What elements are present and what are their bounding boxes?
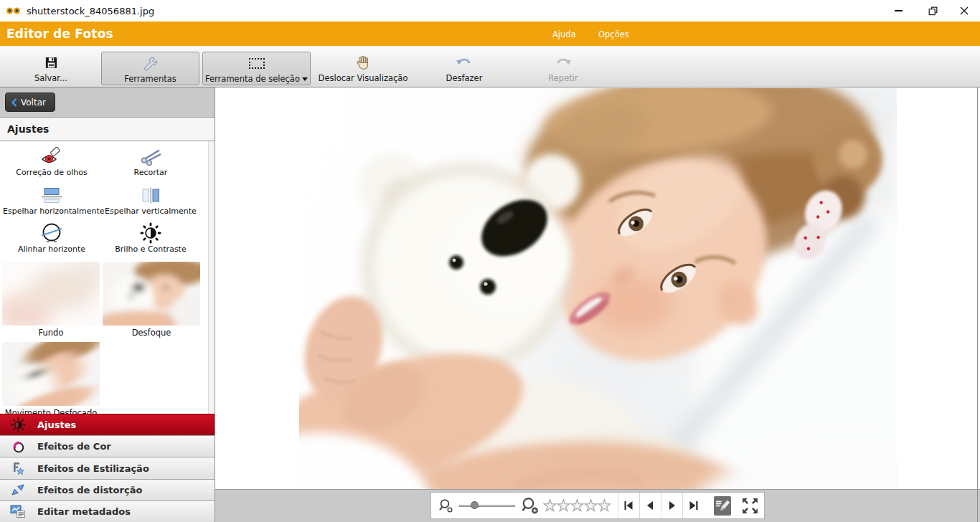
undo-label: Desfazer [446, 73, 483, 83]
section-edit-metadata[interactable]: Editar metadados [0, 500, 215, 522]
tool-flip-horizontal[interactable]: Espelhar horizontalmente [3, 184, 100, 216]
tool-brightness-contrast[interactable]: Brilho e Contraste [102, 222, 199, 254]
brightness-contrast-icon [9, 417, 27, 432]
app-title: Editor de Fotos [6, 22, 113, 46]
rating-star[interactable] [584, 498, 598, 513]
app-header: Editor de Fotos Ajuda Opções [0, 22, 980, 46]
section-stylize-effects[interactable]: Efeitos de Estilização [0, 457, 215, 478]
first-image-button[interactable] [618, 493, 638, 518]
thumbnail-label: Desfoque [103, 328, 200, 338]
section-label: Efeitos de Cor [37, 441, 111, 452]
separator [618, 493, 618, 518]
edit-metadata-button[interactable] [714, 496, 731, 516]
redo-button[interactable]: Repetir [527, 52, 599, 85]
zoom-out-button[interactable] [438, 498, 455, 513]
close-button[interactable] [948, 0, 980, 22]
tools-button-label: Ferramentas [124, 74, 176, 84]
effect-thumbnail-motion-blur[interactable] [2, 342, 100, 406]
undo-icon [456, 54, 473, 71]
zoom-slider-thumb[interactable] [471, 501, 479, 509]
last-image-button[interactable] [684, 493, 703, 518]
tool-straighten[interactable]: Alinhar horizonte [3, 222, 100, 254]
section-distort-effects[interactable]: Efeitos de distorção [0, 479, 215, 500]
thumbnail-label: Movimento Desfocado [2, 408, 100, 414]
tool-label: Brilho e Contraste [115, 245, 186, 254]
section-color-effects[interactable]: Efeitos de Cor [0, 435, 215, 457]
hand-icon [356, 54, 370, 71]
section-adjustments[interactable]: Ajustes [0, 414, 215, 435]
color-effects-icon [9, 440, 27, 454]
pan-view-label: Deslocar Visualização [319, 73, 408, 83]
section-label: Efeitos de distorção [37, 485, 142, 495]
section-label: Efeitos de Estilização [37, 463, 149, 474]
selection-tool-label: Ferramenta de seleção [205, 74, 300, 84]
effect-thumbnail-blur[interactable] [103, 262, 200, 326]
zoom-in-icon [521, 497, 540, 515]
minimize-button[interactable] [882, 0, 914, 22]
app-icon [6, 5, 22, 16]
tool-label: Espelhar horizontalmente [3, 207, 105, 216]
section-label: Editar metadados [37, 506, 131, 517]
photo-canvas[interactable] [299, 88, 897, 489]
window-title: shutterstock_84056881.jpg [27, 6, 154, 16]
straighten-icon [3, 222, 100, 244]
zoom-in-button[interactable] [521, 497, 540, 515]
rating-star[interactable] [557, 498, 570, 513]
tool-crop[interactable]: Recortar [102, 146, 199, 177]
back-button[interactable]: Voltar [5, 92, 55, 112]
restore-icon [928, 6, 938, 16]
viewer-controls-toolbar [430, 492, 765, 519]
rating-star[interactable] [543, 498, 557, 513]
close-icon [960, 6, 969, 15]
effect-thumbnail-background[interactable] [2, 262, 100, 326]
pan-view-button[interactable]: Deslocar Visualização [314, 52, 413, 85]
rating-star[interactable] [570, 498, 584, 513]
tool-red-eye-correction[interactable]: Correção de olhos [3, 146, 100, 177]
viewer-canvas [215, 87, 980, 522]
tool-label: Correção de olhos [16, 168, 87, 177]
rating-stars [543, 498, 611, 513]
red-eye-icon [3, 146, 100, 167]
tool-label: Alinhar horizonte [18, 245, 85, 254]
last-icon [688, 500, 699, 511]
tool-label: Recortar [134, 168, 168, 177]
previous-image-button[interactable] [641, 493, 660, 518]
restore-button[interactable] [917, 0, 948, 22]
fullscreen-button[interactable] [740, 496, 760, 516]
tools-button[interactable]: Ferramentas [101, 52, 199, 85]
back-bar: Voltar [0, 87, 215, 117]
dropdown-caret-icon [302, 77, 308, 84]
main-toolbar: Salvar... Ferramentas Ferramenta de sele… [0, 46, 980, 87]
minimize-icon [895, 10, 903, 11]
app-window: shutterstock_84056881.jpg Editor de Foto… [0, 0, 980, 522]
section-label: Ajustes [37, 419, 76, 430]
next-image-button[interactable] [662, 493, 682, 518]
options-menu[interactable]: Opções [598, 22, 629, 46]
brightness-contrast-icon [102, 222, 199, 244]
zoom-slider[interactable] [459, 500, 515, 511]
flip-horizontal-icon [3, 184, 100, 206]
separator [639, 493, 640, 518]
distort-effects-icon [9, 483, 27, 497]
next-icon [666, 500, 678, 511]
help-menu[interactable]: Ajuda [552, 22, 576, 46]
chevron-left-icon [11, 98, 17, 107]
panel-title: Ajustes [0, 117, 215, 141]
stylize-effects-icon [9, 461, 27, 475]
rating-star[interactable] [598, 498, 611, 513]
selection-tool-button[interactable]: Ferramenta de seleção [202, 52, 311, 85]
titlebar: shutterstock_84056881.jpg [0, 0, 980, 22]
undo-button[interactable]: Desfazer [428, 52, 500, 85]
save-button[interactable]: Salvar... [7, 52, 95, 85]
save-icon [44, 54, 58, 71]
flip-vertical-icon [102, 184, 199, 206]
sidebar-scrollbar[interactable] [208, 141, 214, 414]
scissors-icon [102, 146, 199, 167]
separator [682, 493, 683, 518]
sidebar: Voltar Ajustes Correção de olhos [0, 87, 215, 522]
separator [661, 493, 661, 518]
tool-flip-vertical[interactable]: Espelhar verticalmente [102, 184, 199, 216]
zoom-slider-track [459, 505, 515, 507]
edit-metadata-pencil-icon [715, 499, 730, 513]
first-icon [623, 500, 634, 511]
